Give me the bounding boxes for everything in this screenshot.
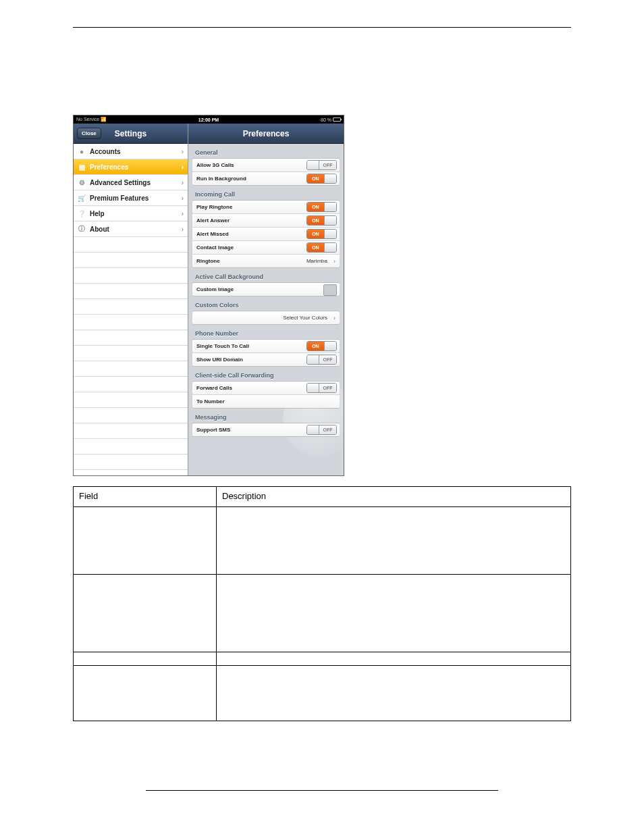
chevron-right-icon: ›: [182, 210, 184, 217]
sidebar-item-about[interactable]: ⓘ About ›: [74, 221, 188, 237]
row-label: Ringtone: [196, 258, 220, 264]
battery-icon: [333, 118, 341, 122]
row-show-uri-domain[interactable]: Show URI Domain OFF: [192, 353, 340, 367]
gears-icon: ⚙: [78, 178, 86, 186]
table-row: Field Description: [74, 487, 571, 507]
sidebar-title: Settings: [115, 129, 146, 138]
table-row: [74, 507, 571, 575]
row-label: Select Your Colors: [283, 315, 327, 321]
sidebar-item-preferences[interactable]: ▤ Preferences ›: [74, 159, 188, 175]
sidebar-blank-row: [74, 377, 188, 392]
toggle-alert-answer[interactable]: ON: [306, 215, 337, 226]
chevron-right-icon: ›: [182, 226, 184, 233]
section-header-active-bg: Active Call Background: [188, 268, 344, 282]
sidebar-blank-row: [74, 284, 188, 299]
toggle-run-in-background[interactable]: ON: [306, 174, 337, 184]
section-header-incoming: Incoming Call: [188, 186, 344, 200]
sidebar-blank-row: [74, 330, 188, 346]
section-header-fwd: Client-side Call Forwarding: [188, 367, 344, 381]
row-alert-missed[interactable]: Alert Missed ON: [192, 227, 340, 241]
sidebar-item-label: Premium Features: [90, 194, 149, 202]
row-custom-image[interactable]: Custom Image: [192, 282, 340, 296]
sidebar-blank-row: [74, 315, 188, 330]
row-label: To Number: [196, 398, 225, 405]
sidebar-blank-row: [74, 423, 188, 439]
sidebar-blank-row: [74, 408, 188, 423]
toggle-single-touch[interactable]: ON: [306, 341, 337, 351]
row-label: Play Ringtone: [196, 204, 232, 210]
status-bar: No Service 📶 12:00 PM 80 %: [74, 115, 344, 124]
row-label: Custom Image: [196, 286, 234, 292]
chevron-right-icon: ›: [333, 258, 336, 265]
table-cell: [74, 652, 217, 666]
toggle-alert-missed[interactable]: ON: [306, 229, 337, 239]
table-row: [74, 666, 571, 721]
row-alert-answer[interactable]: Alert Answer ON: [192, 213, 340, 228]
status-right: 80 %: [321, 118, 341, 122]
chevron-right-icon: ›: [182, 148, 184, 155]
sidebar-item-label: About: [90, 226, 109, 233]
clock: 12:00 PM: [198, 118, 219, 122]
table-cell: Field: [74, 487, 217, 507]
sidebar-item-help[interactable]: ❔ Help ›: [74, 206, 188, 221]
chevron-right-icon: ›: [182, 163, 184, 171]
sidebar-item-label: Accounts: [90, 148, 121, 155]
settings-screenshot: No Service 📶 12:00 PM 80 % Close Setting…: [73, 115, 344, 476]
toggle-allow-3g[interactable]: OFF: [306, 160, 337, 170]
row-single-touch[interactable]: Single Touch To Call ON: [192, 339, 340, 353]
sidebar-item-label: Preferences: [90, 163, 128, 171]
row-label: Show URI Domain: [196, 357, 243, 363]
table-cell: [217, 575, 571, 652]
toggle-show-uri[interactable]: OFF: [306, 355, 337, 365]
table-cell: [74, 575, 217, 652]
row-label: Forward Calls: [196, 385, 232, 391]
sidebar-blank-row: [74, 346, 188, 361]
close-button[interactable]: Close: [77, 128, 101, 139]
row-label: Alert Missed: [196, 231, 229, 237]
row-forward-calls[interactable]: Forward Calls OFF: [192, 381, 340, 395]
row-contact-image[interactable]: Contact Image ON: [192, 240, 340, 255]
table-cell: [74, 666, 217, 721]
custom-image-thumb[interactable]: [323, 284, 337, 296]
section-header-phone: Phone Number: [188, 325, 344, 339]
toggle-forward-calls[interactable]: OFF: [306, 383, 337, 393]
row-label: Alert Answer: [196, 217, 230, 224]
table-cell: [217, 652, 571, 666]
table-cell: [74, 507, 217, 575]
question-icon: ❔: [78, 209, 86, 217]
preferences-pane: Preferences General Allow 3G Calls OFF R…: [188, 124, 344, 475]
section-header-general: General: [188, 144, 344, 158]
table-cell: [217, 507, 571, 575]
settings-sidebar: Close Settings ● Accounts › ▤ Preference…: [74, 124, 188, 475]
sidebar-item-advanced[interactable]: ⚙ Advanced Settings ›: [74, 175, 188, 190]
field-description-table: Field Description: [73, 486, 571, 721]
sidebar-blank-row: [74, 361, 188, 377]
sidebar-item-premium[interactable]: 🛒 Premium Features ›: [74, 190, 188, 206]
chevron-right-icon: ›: [182, 194, 184, 202]
row-select-colors[interactable]: Select Your Colors ›: [192, 311, 340, 325]
toggle-support-sms[interactable]: OFF: [306, 425, 337, 435]
row-run-in-background[interactable]: Run In Background ON: [192, 172, 340, 186]
sidebar-blank-row: [74, 253, 188, 268]
sliders-icon: ▤: [78, 163, 86, 171]
toggle-play-ringtone[interactable]: ON: [306, 202, 337, 212]
section-header-colors: Custom Colors: [188, 296, 344, 311]
row-label: Single Touch To Call: [196, 343, 249, 349]
row-label: Allow 3G Calls: [196, 162, 234, 168]
row-ringtone[interactable]: Ringtone Marimba ›: [192, 254, 340, 268]
sidebar-item-label: Help: [90, 210, 105, 217]
toggle-contact-image[interactable]: ON: [306, 242, 337, 253]
cart-icon: 🛒: [78, 194, 86, 202]
row-play-ringtone[interactable]: Play Ringtone ON: [192, 200, 340, 214]
battery-pct: 80 %: [321, 118, 331, 122]
row-label: Support SMS: [196, 427, 230, 433]
row-to-number[interactable]: To Number: [192, 394, 340, 409]
sidebar-blank-row: [74, 454, 188, 470]
carrier-text: No Service 📶: [76, 117, 107, 122]
row-support-sms[interactable]: Support SMS OFF: [192, 423, 340, 437]
chevron-right-icon: ›: [333, 315, 336, 321]
row-allow-3g-calls[interactable]: Allow 3G Calls OFF: [192, 158, 340, 172]
sidebar-blank-row: [74, 439, 188, 454]
preferences-header: Preferences: [188, 124, 344, 144]
sidebar-item-accounts[interactable]: ● Accounts ›: [74, 144, 188, 159]
